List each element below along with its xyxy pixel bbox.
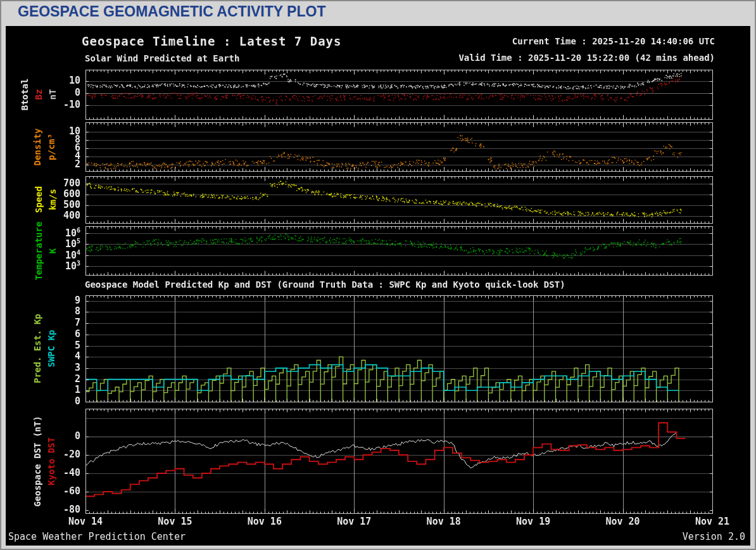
panel-ylabel: Density — [32, 128, 42, 165]
x-tick-label: Nov 20 — [595, 516, 652, 527]
y-tick-label: 10 — [51, 75, 80, 86]
page-title: GEOSPACE GEOMAGNETIC ACTIVITY PLOT — [18, 3, 325, 20]
geospace-plot-window: GEOSPACE GEOMAGNETIC ACTIVITY PLOT Geosp… — [0, 0, 756, 550]
y-tick-label: 9 — [51, 295, 80, 306]
panel-ylabel: Temperature — [34, 221, 44, 280]
panel-ylabel: nT — [47, 89, 58, 100]
footer-swpc-label: Space Weather Prediction Center — [8, 531, 186, 542]
x-tick-label: Nov 18 — [415, 516, 472, 527]
solar-wind-subtitle: Solar Wind Predicted at Earth — [85, 53, 239, 63]
y-tick-label: 0 — [51, 395, 80, 407]
x-tick-label: Nov 16 — [236, 516, 293, 527]
panel-ylabel: Kyoto DST — [46, 437, 56, 485]
x-tick-label: Nov 19 — [505, 516, 562, 527]
y-tick-label: 700 — [51, 177, 80, 189]
panel-ylabel: SWPC Kp — [46, 329, 56, 367]
y-tick-label: -10 — [51, 99, 80, 110]
x-tick-label: Nov 15 — [146, 516, 203, 527]
panel-ylabel: Pred. Est. Kp — [32, 314, 42, 383]
current-time-label: Current Time : 2025-11-20 14:40:06 UTC — [360, 36, 715, 46]
page-header: GEOSPACE GEOMAGNETIC ACTIVITY PLOT — [1, 1, 755, 24]
plot-frame: Geospace Timeline : Latest 7 Days Solar … — [5, 25, 751, 546]
y-tick-label: -60 — [51, 485, 80, 497]
panel-ylabel: Btotal — [20, 79, 30, 111]
x-tick-label: Nov 17 — [325, 516, 382, 527]
y-tick-label: 1 — [51, 384, 80, 395]
panel-ylabel: Geospace DST (nT) — [32, 416, 42, 506]
y-tick-label: -80 — [51, 504, 80, 515]
y-tick-label: 106 — [51, 227, 80, 239]
x-tick-label: Nov 21 — [684, 516, 741, 527]
panel-ylabel: Speed — [34, 186, 44, 213]
x-tick-label: Nov 14 — [57, 516, 114, 527]
y-tick-label: 8 — [51, 305, 80, 317]
panel-ylabel: K — [47, 248, 58, 253]
kp-dst-subtitle: Geospace Model Predicted Kp and DST (Gro… — [85, 279, 565, 290]
footer-version-label: Version 2.0 — [683, 531, 745, 542]
panel-ylabel: p/cm³ — [46, 133, 56, 160]
y-tick-label: 400 — [51, 210, 80, 221]
y-tick-label: 2 — [51, 373, 80, 385]
panel-ylabel: km/s — [47, 189, 58, 210]
panel-ylabel: Bz — [34, 89, 44, 100]
y-tick-label: 103 — [51, 260, 80, 272]
plot-title: Geospace Timeline : Latest 7 Days — [82, 34, 342, 48]
valid-time-label: Valid Time : 2025-11-20 15:22:00 (42 min… — [360, 53, 715, 63]
y-tick-label: 7 — [51, 317, 80, 328]
